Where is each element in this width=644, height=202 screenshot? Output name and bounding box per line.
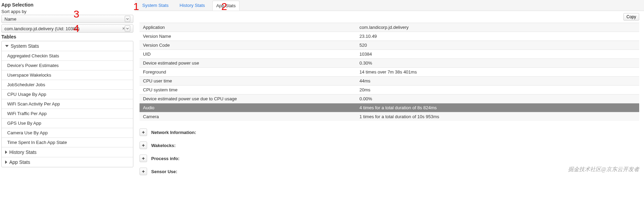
table-cell-value: 20ms [356,86,639,94]
accordion-header[interactable]: +Sensor Use: [140,165,639,178]
table-cell-key: Version Code [140,41,356,50]
plus-icon[interactable]: + [140,142,147,149]
table-row[interactable]: CPU user time44ms [140,77,639,86]
chevron-right-icon [5,150,7,154]
tree-label: System Stats [11,43,39,49]
tables-heading: Tables [1,34,133,40]
tree-item-wifi-scan[interactable]: WiFi Scan Activity Per App [2,99,133,109]
table-row[interactable]: Applicationcom.landicorp.jd.delivery [140,23,639,32]
accordion-header[interactable]: +Process info: [140,152,639,165]
tree-label: Userspace Wakelocks [7,72,51,78]
table-cell-value: 1 times for a total duration of 10s 953m… [356,112,639,121]
watermark-text: 掘金技术社区@京东云开发者 [568,166,639,173]
tree-item-cpu-usage[interactable]: CPU Usage By App [2,90,133,99]
tab-bar: System Stats History Stats App Stats [135,0,644,11]
tree-label: History Stats [9,149,36,155]
accordion-label: Wakelocks: [151,143,176,148]
table-cell-key: Device estimated power use due to CPU us… [140,94,356,103]
tree-label: WiFi Scan Activity Per App [7,101,60,106]
table-row[interactable]: CPU system time20ms [140,86,639,94]
tree-item-jobscheduler[interactable]: JobScheduler Jobs [2,80,133,90]
tree-group-history-stats[interactable]: History Stats [2,147,133,157]
table-row[interactable]: Version Name23.10.49 [140,32,639,41]
app-stats-table: Applicationcom.landicorp.jd.deliveryVers… [140,23,639,121]
sort-apps-by-label: Sort apps by [1,9,133,14]
accordion-label: Sensor Use: [151,169,177,174]
table-cell-key: Audio [140,103,356,112]
tree-group-app-stats[interactable]: App Stats [2,157,133,167]
table-cell-value: 0.30% [356,59,639,68]
table-row[interactable]: Device estimated power use due to CPU us… [140,94,639,103]
tree-label: WiFi Traffic Per App [7,111,47,116]
chevron-down-icon [125,25,130,32]
tree-label: Time Spent In Each App State [7,140,67,145]
tree-label: App Stats [9,159,30,165]
tree-item-aggregated-checkin[interactable]: Aggregated Checkin Stats [2,51,133,61]
chevron-down-icon [125,16,130,22]
accordion-label: Network Information: [151,130,196,135]
table-row[interactable]: Device estimated power use0.30% [140,59,639,68]
table-cell-key: Version Name [140,32,356,41]
sort-by-dropdown[interactable]: Name [1,15,133,23]
copy-button[interactable]: Copy [623,13,639,21]
tree-item-camera-use[interactable]: Camera Use By App [2,128,133,138]
table-cell-value: 44ms [356,77,639,86]
table-cell-key: CPU user time [140,77,356,86]
accordion-label: Process info: [151,156,179,161]
table-cell-value: com.landicorp.jd.delivery [356,23,639,32]
table-row[interactable]: Foreground14 times over 7m 38s 401ms [140,68,639,77]
app-selection-heading: App Selection [1,2,133,8]
table-cell-value: 10384 [356,50,639,59]
tab-system-stats[interactable]: System Stats [139,1,172,10]
tree-label: GPS Use By App [7,121,41,126]
tree-label: JobScheduler Jobs [7,82,45,87]
clear-icon[interactable]: × [122,26,125,31]
accordion-header[interactable]: +Wakelocks: [140,139,639,152]
table-cell-value: 520 [356,41,639,50]
tab-app-stats[interactable]: App Stats [212,1,239,11]
accordion-header[interactable]: +Network Information: [140,126,639,139]
table-cell-key: Foreground [140,68,356,77]
table-cell-value: 4 times for a total duration of 8s 824ms [356,103,639,112]
tree-label: CPU Usage By App [7,92,46,97]
table-row[interactable]: Camera1 times for a total duration of 10… [140,112,639,121]
table-cell-value: 14 times over 7m 38s 401ms [356,68,639,77]
chevron-right-icon [5,160,7,164]
table-row[interactable]: Audio4 times for a total duration of 8s … [140,103,639,112]
table-cell-value: 0.00% [356,94,639,103]
tree-label: Camera Use By App [7,130,48,135]
app-select-dropdown[interactable]: com.landicorp.jd.delivery (Uid: 10384) × [1,24,133,33]
tree-item-gps-use[interactable]: GPS Use By App [2,119,133,128]
table-cell-key: Device estimated power use [140,59,356,68]
table-cell-key: Application [140,23,356,32]
tree-item-wifi-traffic[interactable]: WiFi Traffic Per App [2,109,133,119]
tree-item-time-spent[interactable]: Time Spent In Each App State [2,138,133,147]
sort-by-value: Name [4,16,16,22]
tree-item-userspace-wakelocks[interactable]: Userspace Wakelocks [2,70,133,80]
tree-group-system-stats[interactable]: System Stats [2,41,133,51]
tab-history-stats[interactable]: History Stats [176,1,209,10]
tree-label: Device's Power Estimates [7,63,59,68]
tree-item-power-estimates[interactable]: Device's Power Estimates [2,61,133,70]
table-row[interactable]: Version Code520 [140,41,639,50]
tree-label: Aggregated Checkin Stats [7,53,59,58]
chevron-down-icon [5,45,9,47]
plus-icon[interactable]: + [140,155,147,162]
table-cell-key: Camera [140,112,356,121]
table-cell-key: UID [140,50,356,59]
app-select-value: com.landicorp.jd.delivery (Uid: 10384) [4,26,79,31]
plus-icon[interactable]: + [140,128,147,136]
plus-icon[interactable]: + [140,168,147,175]
table-cell-value: 23.10.49 [356,32,639,41]
tables-tree: System Stats Aggregated Checkin Stats De… [1,41,133,167]
table-row[interactable]: UID10384 [140,50,639,59]
table-cell-key: CPU system time [140,86,356,94]
